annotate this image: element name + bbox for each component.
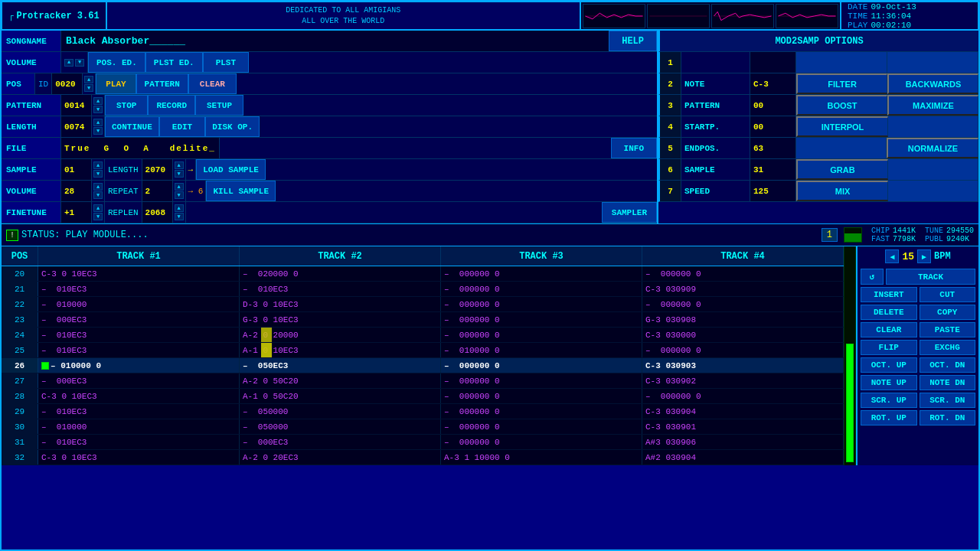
kill-sample-button[interactable]: KILL SAMPLE — [206, 181, 276, 201]
scr-up-button[interactable]: SCR. UP — [861, 393, 917, 408]
mod2samp-row-3: 3 PATTERN 00 BOOST MAXIMIZE — [658, 95, 978, 116]
note-dn-button[interactable]: NOTE DN — [920, 375, 976, 390]
clear-r-button[interactable]: CLEAR — [861, 322, 917, 337]
pattern-row-32: 32 C-3 0 10EC3 A-2 0 20EC3 A-3 1 10000 0… — [2, 450, 844, 465]
status-text: STATUS: PLAY MODULE.... — [21, 230, 818, 240]
dedication-line1: DEDICATED TO ALL AMIGIANS — [286, 5, 400, 16]
pos-ed-button[interactable]: POS. ED. — [88, 52, 145, 73]
normalize-button[interactable]: NORMALIZE — [887, 138, 978, 158]
pos-down[interactable]: ▼ — [84, 84, 93, 92]
repeat-value: 2 — [142, 181, 173, 201]
publ-value: 9240K — [946, 235, 969, 243]
continue-button[interactable]: CONTINUE — [105, 116, 159, 137]
replen-up[interactable]: ▲ — [175, 204, 184, 212]
delete-copy-row: DELETE COPY — [861, 305, 975, 320]
sample-row: SAMPLE 01 ▲ ▼ LENGTH 2070 ▲ ▼ → LOAD SAM… — [2, 159, 657, 181]
rot-dn-button[interactable]: ROT. DN — [920, 410, 976, 425]
finetune-up[interactable]: ▲ — [93, 204, 103, 212]
file-label: FILE — [2, 138, 61, 158]
flip-button[interactable]: FLIP — [861, 340, 917, 355]
interpol-button[interactable]: INTERPOL — [796, 116, 888, 137]
paste-button[interactable]: PASTE — [920, 322, 976, 337]
mod2samp-row-7: 7 SPEED 125 MIX — [658, 181, 978, 202]
sample-value: 01 — [61, 159, 92, 180]
volume-s-down[interactable]: ▼ — [93, 191, 103, 199]
play-button[interactable]: PLAY — [96, 73, 136, 94]
length-row: LENGTH 0074 ▲ ▼ CONTINUE EDIT DISK OP. — [2, 116, 657, 138]
sample-down[interactable]: ▼ — [93, 170, 103, 178]
length-s-up[interactable]: ▲ — [175, 161, 184, 169]
rot-up-button[interactable]: ROT. UP — [861, 410, 917, 425]
pattern-up[interactable]: ▲ — [93, 97, 103, 105]
dedication-line2: ALL OVER THE WORLD — [302, 16, 384, 27]
fast-label: FAST — [871, 235, 890, 243]
pattern-row-27: 27 – 000EC3 A-2 0 50C20 – 000000 0 C-3 0… — [2, 373, 844, 389]
track1-header: TRACK #1 — [38, 246, 240, 266]
mix-button[interactable]: MIX — [796, 181, 888, 201]
pattern-button[interactable]: PATTERN — [136, 73, 188, 94]
length-up[interactable]: ▲ — [93, 119, 103, 126]
edit-button[interactable]: EDIT — [159, 116, 205, 137]
note-up-button[interactable]: NOTE UP — [861, 375, 917, 390]
bpm-right-button[interactable]: ► — [917, 249, 931, 263]
delete-button[interactable]: DELETE — [861, 305, 917, 320]
pattern-row-25: 25 – 010EC3 A-1 0 10EC3 – 010000 0 – 000… — [2, 343, 844, 358]
pos-label: POS — [2, 73, 35, 94]
repeat-arrows: ▲ ▼ — [173, 181, 186, 201]
play-value: 00:02:10 — [871, 21, 911, 30]
volume-s-up[interactable]: ▲ — [93, 183, 103, 191]
oct-up-button[interactable]: OCT. UP — [861, 357, 917, 373]
time-label: TIME — [848, 11, 867, 21]
plst-button[interactable]: PLST — [203, 52, 249, 73]
help-button[interactable]: HELP — [609, 31, 657, 51]
exchg-button[interactable]: EXCHG — [920, 340, 976, 355]
arrow-sample: → — [186, 159, 197, 180]
clear-button[interactable]: CLEAR — [188, 73, 237, 94]
songname-row: SONGNAME HELP — [2, 31, 657, 52]
length-down[interactable]: ▼ — [93, 127, 103, 135]
disk-op-button[interactable]: DISK OP. — [205, 116, 260, 137]
scr-dn-button[interactable]: SCR. DN — [920, 393, 976, 408]
info-button[interactable]: INFO — [611, 138, 657, 158]
volume-up[interactable]: ▲ — [64, 59, 74, 67]
repeat-down[interactable]: ▼ — [175, 191, 184, 199]
load-sample-button[interactable]: LOAD SAMPLE — [196, 159, 266, 180]
backwards-button[interactable]: BACKWARDS — [887, 73, 978, 94]
mod2samp-num-4: 4 — [660, 116, 681, 137]
stop-button[interactable]: STOP — [105, 95, 148, 116]
cut-button[interactable]: CUT — [920, 287, 976, 302]
length-s-down[interactable]: ▼ — [175, 170, 184, 178]
pattern-row-24: 24 – 010EC3 A-2 0 20000 – 000000 0 C-3 0… — [2, 328, 844, 343]
oct-dn-button[interactable]: OCT. DN — [920, 357, 976, 373]
copy-button[interactable]: COPY — [920, 305, 976, 320]
boost-button[interactable]: BOOST — [796, 95, 887, 116]
songname-input[interactable] — [61, 31, 609, 51]
finetune-arrows: ▲ ▼ — [92, 202, 105, 223]
mod2samp-num-2: 2 — [660, 73, 681, 94]
date-value: 09-Oct-13 — [871, 2, 916, 11]
volume-down[interactable]: ▼ — [75, 59, 84, 67]
waveform-area — [580, 2, 841, 30]
grab-button[interactable]: GRAB — [796, 159, 888, 180]
plst-ed-button[interactable]: PLST ED. — [145, 52, 203, 73]
insert-button[interactable]: INSERT — [861, 287, 917, 302]
track-icon-button[interactable]: ↺ — [861, 269, 884, 285]
repeat-up[interactable]: ▲ — [175, 183, 184, 191]
finetune-down[interactable]: ▼ — [93, 213, 103, 220]
sampler-button[interactable]: SAMPLER — [602, 202, 657, 223]
bpm-left-button[interactable]: ◄ — [885, 249, 899, 263]
track3-header: TRACK #3 — [441, 246, 642, 266]
waveform-1 — [583, 4, 645, 28]
sample-up[interactable]: ▲ — [93, 161, 103, 169]
mod2samp-label-6: SAMPLE — [681, 159, 750, 180]
record-button[interactable]: RECORD — [148, 95, 195, 116]
length-label: LENGTH — [2, 116, 61, 137]
pattern-value: 0014 — [61, 95, 92, 116]
pos-up[interactable]: ▲ — [84, 76, 93, 83]
track-button[interactable]: TRACK — [886, 269, 975, 285]
pattern-down[interactable]: ▼ — [93, 106, 103, 113]
replen-down[interactable]: ▼ — [175, 213, 184, 220]
maximize-button[interactable]: MAXIMIZE — [887, 95, 978, 116]
filter-button[interactable]: FILTER — [796, 73, 887, 94]
setup-button[interactable]: SETUP — [195, 95, 243, 116]
